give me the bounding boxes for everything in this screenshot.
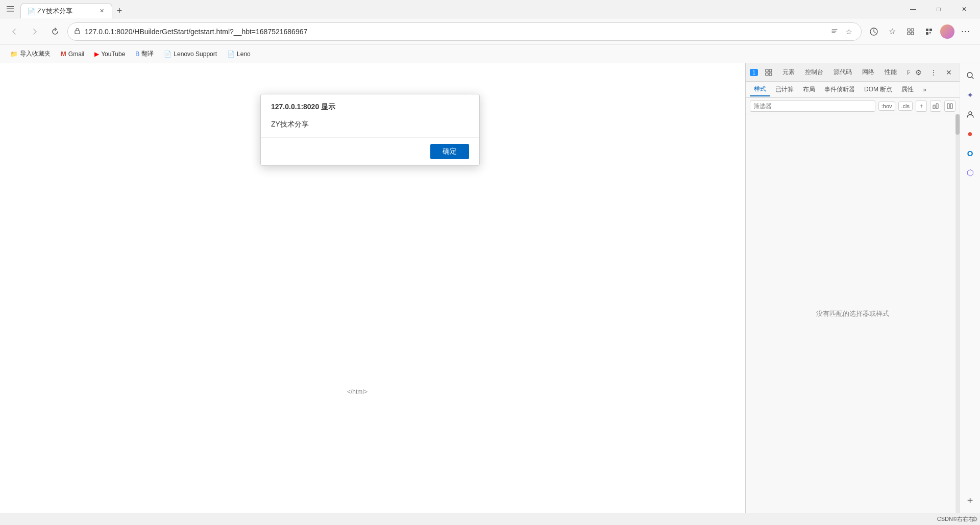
devtools-scrollbar-thumb[interactable] [955,114,960,135]
devtools-toolbar: 1 元素 控制台 源代码 网络 性能 内存 应用程序 安全性 » + [746,63,960,82]
back-button[interactable] [6,23,22,40]
svg-rect-13 [766,69,768,72]
devtools-more-options-button[interactable]: ⋮ [927,66,940,79]
svg-rect-14 [769,69,772,72]
devtools-tab-sources[interactable]: 源代码 [828,66,857,79]
new-tab-button[interactable]: + [112,4,127,18]
bookmark-item-lenovo2[interactable]: 📄 Leno [223,48,255,60]
bookmark-item-import[interactable]: 📁 导入收藏夹 [6,47,55,60]
sidebar-profile-button[interactable] [962,106,978,122]
devtools-toolbar-right: ⚙ ⋮ ✕ [912,66,955,79]
status-bar: CSDN©右右右 ⚙ [0,513,980,525]
sidebar-add-button[interactable]: + [962,492,978,509]
close-button[interactable]: ✕ [952,1,976,17]
alert-confirm-button[interactable]: 确定 [430,144,469,159]
svg-rect-9 [926,29,928,31]
favorites-star-button[interactable]: ☆ [884,23,900,40]
profile-button[interactable] [939,23,955,40]
sidebar-outlook-button[interactable]: O [962,145,978,161]
security-lock-icon [74,28,81,36]
devtools-subtab-dom-breakpoints[interactable]: DOM 断点 [860,83,896,96]
sidebar-circle-button[interactable]: ● [962,126,978,142]
sidebar-games-button[interactable]: ⬡ [962,164,978,181]
svg-rect-1 [7,8,14,9]
forward-button[interactable] [27,23,43,40]
svg-rect-18 [936,104,938,109]
devtools-cls-toggle[interactable]: .cls [898,102,913,111]
svg-rect-6 [911,29,914,31]
nav-bar: ☆ ☆ ··· [0,18,980,45]
svg-rect-7 [908,32,910,35]
svg-rect-2 [7,11,14,12]
devtools-tab-elements[interactable]: 元素 [777,66,800,79]
svg-rect-0 [7,6,14,7]
bookmark-label: Gmail [68,51,84,58]
sidebar-search-button[interactable] [962,67,978,84]
devtools-tab-console[interactable]: 控制台 [800,66,828,79]
alert-overlay: 127.0.0.1:8020 显示 ZY技术分享 确定 [0,63,745,513]
more-options-button[interactable]: ··· [958,23,974,40]
browser-essentials-button[interactable] [866,23,882,40]
alert-dialog: 127.0.0.1:8020 显示 ZY技术分享 确定 [260,94,480,166]
minimize-button[interactable]: — [901,1,925,17]
address-input[interactable] [85,28,824,36]
address-actions: ☆ [828,26,855,38]
devtools-subtab-computed[interactable]: 已计算 [771,83,798,96]
address-bar[interactable]: ☆ [67,22,862,41]
svg-rect-3 [75,31,80,34]
tab-close-button[interactable]: ✕ [97,7,106,15]
gmail-icon: M [61,50,66,58]
refresh-button[interactable] [47,23,63,40]
devtools-inspect-mode-button[interactable] [930,101,941,112]
read-mode-button[interactable] [828,26,841,38]
devtools-scrollbar[interactable] [955,114,960,513]
svg-point-22 [969,112,972,115]
alert-title: 127.0.0.1:8020 显示 [261,94,479,116]
extensions-button[interactable] [921,23,937,40]
browser-tab-active[interactable]: 📄 ZY技术分享 ✕ [20,3,112,18]
bookmark-label: 翻译 [141,49,154,58]
bookmark-label: Leno [237,51,251,58]
bookmark-item-youtube[interactable]: ▶ YouTube [90,48,129,60]
lenovo2-icon: 📄 [227,51,235,58]
svg-rect-11 [926,32,928,35]
svg-rect-5 [908,29,910,31]
devtools-panel: 1 元素 控制台 源代码 网络 性能 内存 应用程序 安全性 » + [745,63,960,513]
window-controls-left [4,3,16,15]
devtools-tab-performance[interactable]: 性能 [879,66,902,79]
bookmark-item-lenovo-support[interactable]: 📄 Lenovo Support [160,48,221,60]
svg-rect-17 [933,105,935,109]
devtools-subtab-event-listeners[interactable]: 事件侦听器 [820,83,859,96]
bookmark-item-gmail[interactable]: M Gmail [57,48,88,60]
devtools-tab-network[interactable]: 网络 [857,66,879,79]
bookmark-label: YouTube [101,51,125,58]
svg-rect-15 [766,73,768,76]
collections-button[interactable] [902,23,919,40]
devtools-settings-button[interactable]: ⚙ [912,66,925,79]
svg-rect-19 [947,104,949,109]
gear-settings-icon[interactable]: ⚙ [972,515,978,523]
devtools-subtab-styles[interactable]: 样式 [750,83,770,96]
devtools-tab-memory[interactable]: 内存 [902,66,910,79]
bookmark-label: 导入收藏夹 [20,49,51,58]
sidebar-copilot-button[interactable]: ✦ [962,87,978,103]
devtools-filter-input[interactable] [750,101,875,112]
devtools-add-rule-button[interactable]: + [916,101,927,112]
bookmark-item-translate[interactable]: B 翻译 [131,47,158,60]
bookmarks-bar: 📁 导入收藏夹 M Gmail ▶ YouTube B 翻译 📄 Lenovo … [0,45,980,63]
devtools-toggle-button[interactable] [944,101,955,112]
devtools-hov-toggle[interactable]: :hov [878,102,895,111]
devtools-subtab-properties[interactable]: 属性 [897,83,918,96]
svg-rect-8 [911,32,914,35]
user-avatar [940,24,954,39]
devtools-subtab-layout[interactable]: 布局 [799,83,819,96]
devtools-close-button[interactable]: ✕ [942,66,955,79]
tab-favicon: 📄 [27,8,34,15]
devtools-subtab-more[interactable]: » [919,84,930,95]
page-content: 127.0.0.1:8020 显示 ZY技术分享 确定 </html> [0,63,745,513]
svg-rect-12 [929,32,931,34]
sidebar-toggle-button[interactable] [4,3,16,15]
devtools-inspect-button[interactable] [762,66,775,79]
maximize-button[interactable]: □ [927,1,950,17]
favorites-button[interactable]: ☆ [843,26,855,38]
